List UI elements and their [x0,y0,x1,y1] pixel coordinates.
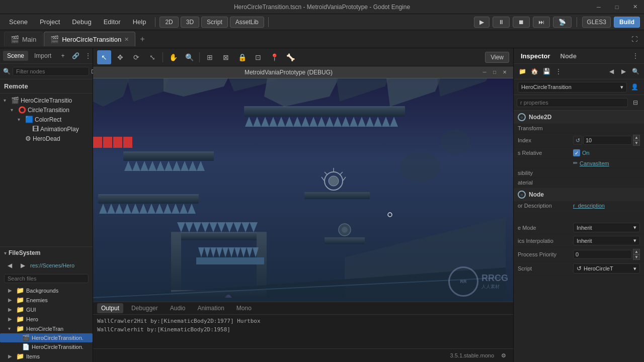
log-tab-audio[interactable]: Audio [166,303,190,313]
fs-back-button[interactable]: ◀ [4,260,15,271]
fs-search [0,273,93,285]
debug-close[interactable]: ✕ [500,68,509,77]
close-button[interactable]: ✕ [626,0,644,14]
log-tab-animation[interactable]: Animation [193,303,228,313]
inspector-next[interactable]: ▶ [618,66,629,77]
btn-play-scene[interactable]: ▶ [474,17,490,28]
btn-2d[interactable]: 2D [159,17,178,28]
menu-scene[interactable]: Scene [4,16,33,28]
node-select-dropdown[interactable]: HeroCircleTransition ▾ [518,82,627,93]
rotate-tool[interactable]: ⟳ [129,50,143,64]
process-priority-up[interactable]: ▲ [633,249,640,254]
node-tab[interactable]: Node [556,51,581,61]
connect-button[interactable]: 🔗 [70,50,81,61]
bone-tool[interactable]: 🦴 [283,50,297,64]
inspector-expand[interactable]: ⋮ [553,66,564,77]
pause-mode-dropdown[interactable]: Inherit ▾ [573,223,640,232]
maximize-button[interactable]: □ [608,0,626,14]
scene-options[interactable]: ⋮ [83,50,94,61]
zoom-tool[interactable]: 🔍 [182,50,196,64]
pan-tool[interactable]: ✋ [166,50,180,64]
filter-nodes-input[interactable] [13,67,89,76]
log-tab-mono[interactable]: Mono [232,303,256,313]
index-input[interactable] [583,136,632,145]
index-reset[interactable]: ↺ [573,136,582,145]
tree-item-colorrect[interactable]: ▾ 🟦 ColorRect [0,115,93,124]
log-options[interactable]: ⚙ [498,350,509,361]
fs-item-file1[interactable]: 🎬 HeroCircleTransition. [0,333,93,342]
import-tab[interactable]: Import [30,51,55,61]
move-tool[interactable]: ✥ [113,50,127,64]
menu-project[interactable]: Project [35,16,65,28]
fullscreen-button[interactable]: ⛶ [629,34,640,45]
filesystem-header[interactable]: ▾ FileSystem [0,247,93,259]
inspector-prev[interactable]: ◀ [606,66,617,77]
process-priority-down[interactable]: ▼ [633,254,640,260]
minimize-button[interactable]: ─ [590,0,608,14]
build-button[interactable]: Build [614,17,640,28]
tree-item-herodead[interactable]: ⚙ HeroDead [0,134,93,143]
node2d-header[interactable]: ○ Node2D [514,111,644,124]
btn-pause[interactable]: ⏸ [493,17,510,28]
inspector-home[interactable]: 🏠 [529,66,540,77]
node-header[interactable]: ○ Node [514,188,644,201]
add-node-button[interactable]: + [57,50,68,61]
tab-main[interactable]: 🎬 Main [4,32,43,46]
fs-search-input[interactable] [4,274,89,283]
physics-interp-dropdown[interactable]: Inherit ▾ [573,236,640,245]
fs-item-herocircle[interactable]: ▾ 📁 HeroCircleTran [0,324,93,333]
description-link[interactable]: r_description [573,203,640,209]
btn-assetlib[interactable]: AssetLib [230,17,264,28]
fs-item-file2[interactable]: 📄 HeroCircleTransition. [0,342,93,351]
fs-item-gui[interactable]: ▶ 📁 GUI [0,305,93,314]
fs-item-backgrounds[interactable]: ▶ 📁 Backgrounds [0,286,93,295]
group-tool[interactable]: ⊡ [251,50,265,64]
menu-debug[interactable]: Debug [67,16,96,28]
log-tab-debugger[interactable]: Debugger [127,303,162,313]
process-priority-input[interactable] [573,250,632,259]
fs-item-hero[interactable]: ▶ 📁 Hero [0,314,93,324]
pin-tool[interactable]: 📍 [267,50,281,64]
tree-item-animplay[interactable]: 🎞 AnimationPlay [0,124,93,134]
tab-hero[interactable]: 🎬 HeroCircleTransition ✕ [44,32,135,46]
index-down[interactable]: ▼ [633,140,640,146]
menu-help[interactable]: Help [128,16,151,28]
scale-tool[interactable]: ⤡ [145,50,159,64]
tree-item-root[interactable]: ▾ 🎬 HeroCircleTransitio [0,96,93,105]
gles-selector[interactable]: GLES3 [582,17,611,28]
debug-minimize[interactable]: ─ [480,68,489,77]
hero-tab-close[interactable]: ✕ [124,36,129,43]
tree-item-circle[interactable]: ▾ ⭕ CircleTransition [0,105,93,115]
menu-editor[interactable]: Editor [99,16,126,28]
inspector-back[interactable]: 📁 [517,66,528,77]
btn-3d[interactable]: 3D [181,17,199,28]
inspector-save[interactable]: 💾 [541,66,552,77]
prop-search-input[interactable] [517,98,628,107]
fs-forward-button[interactable]: ▶ [17,260,28,271]
btn-script[interactable]: Script [201,17,228,28]
index-up[interactable]: ▲ [633,135,640,140]
grid-tool[interactable]: ⊞ [203,50,217,64]
fs-item-enemies[interactable]: ▶ 📁 Enemies [0,295,93,305]
fs-item-items[interactable]: ▶ 📁 Items [0,351,93,361]
add-tab-button[interactable]: + [136,33,148,45]
select-tool[interactable]: ↖ [97,50,111,64]
canvasitem-link[interactable]: CanvasItem [580,160,609,166]
inspector-search-toggle[interactable]: 🔍 [630,66,641,77]
view-button[interactable]: View [485,52,509,63]
scene-tab[interactable]: Scene [3,51,28,61]
snap-tool[interactable]: ⊠ [219,50,233,64]
btn-step[interactable]: ⏭ [533,17,550,28]
prop-filter-icon[interactable]: ⊟ [630,97,641,108]
btn-stop[interactable]: ⏹ [513,17,530,28]
relative-check[interactable]: ✓ [573,149,580,156]
lock-tool[interactable]: 🔒 [235,50,249,64]
debug-titlebar[interactable]: MetroidVaniaPrototype (DEBUG) ─ □ ✕ [93,66,513,78]
inspector-options[interactable]: ⋮ [630,50,641,61]
debug-restore[interactable]: □ [490,68,499,77]
log-tab-output[interactable]: Output [97,303,123,313]
script-dropdown[interactable]: ↺ HeroCircleT ▾ [573,263,640,274]
inspector-tab[interactable]: Inspector [517,51,554,61]
btn-remote[interactable]: 📡 [553,17,572,28]
node-select-icon[interactable]: 👤 [629,81,640,93]
